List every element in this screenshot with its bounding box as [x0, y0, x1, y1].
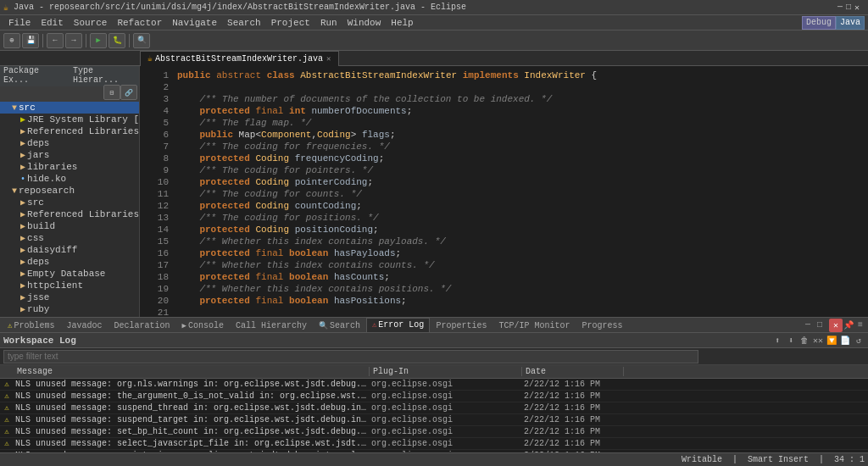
menu-help[interactable]: Help [386, 18, 418, 28]
log-import-btn[interactable]: ⬇ [785, 335, 797, 347]
sidebar-type-header[interactable]: Type Hierar... [70, 66, 139, 86]
bottom-pin-btn[interactable]: 📌 [843, 319, 854, 331]
bottom-tab-errorlog[interactable]: ⚠Error Log [366, 318, 430, 333]
tree-item-daisydiff[interactable]: ▶ daisydiff [0, 244, 139, 256]
status-insert-mode: Smart Insert [748, 455, 809, 464]
bottom-tab-javadoc[interactable]: Javadoc [60, 318, 108, 333]
log-row-0[interactable]: ⚠NLS unused message: org.nls.warnings in… [0, 379, 868, 391]
perspective-debug[interactable]: Debug [802, 16, 836, 30]
bottom-tab-problems[interactable]: ⚠Problems [2, 318, 60, 333]
tree-item-httpclient[interactable]: ▶ httpclient [0, 280, 139, 291]
toolbar-debug[interactable]: 🐛 [108, 33, 125, 48]
perspective-java[interactable]: Java [836, 16, 865, 30]
toolbar-forward[interactable]: → [65, 33, 82, 48]
tree-item-reflibs[interactable]: ▶ Referenced Libraries [0, 125, 139, 137]
folder-icon-repo-src: ▶ [20, 197, 25, 208]
tab-close-btn[interactable]: ✕ [326, 54, 331, 64]
bottom-close-btn[interactable]: ✕ [829, 319, 843, 332]
editor-area[interactable]: 1 public abstract class AbstractBitStrea… [140, 66, 868, 317]
toolbar-new[interactable]: ⊕ [3, 33, 20, 48]
bottom-tab-properties[interactable]: Properties [430, 318, 492, 333]
menu-bar: File Edit Source Refactor Navigate Searc… [0, 15, 868, 31]
tree-item-reposearch[interactable]: ▼ reposearch [0, 185, 139, 197]
col-header-plugin[interactable]: Plug-In [370, 367, 522, 376]
folder-icon-repo-deps: ▶ [20, 257, 25, 267]
menu-edit[interactable]: Edit [36, 18, 68, 28]
toolbar-back[interactable]: ← [47, 33, 64, 48]
tree-item-jars[interactable]: ▶ jars [0, 149, 139, 161]
code-line-5: 5 /** The flag map. */ [140, 117, 868, 129]
bottom-minimize-btn[interactable]: ─ [802, 319, 814, 331]
bottom-tab-declaration[interactable]: Declaration [108, 318, 175, 333]
tree-item-repo-reflibs[interactable]: ▶ Referenced Libraries [0, 208, 139, 220]
maximize-btn[interactable]: □ [846, 3, 851, 12]
col-header-date[interactable]: Date [522, 367, 624, 376]
log-row-plugin-0: org.eclipse.osgi [370, 380, 522, 389]
menu-project[interactable]: Project [266, 18, 315, 28]
bottom-extra-btn[interactable]: ≡ [854, 319, 866, 331]
tree-item-emptydb[interactable]: ▶ Empty Database [0, 268, 139, 280]
tree-item-repo-deps[interactable]: ▶ deps [0, 256, 139, 268]
log-row-3[interactable]: ⚠NLS unused message: suspend_target in: … [0, 414, 868, 426]
log-rows-container: ⚠NLS unused message: org.nls.warnings in… [0, 379, 868, 452]
menu-file[interactable]: File [3, 18, 36, 28]
log-filter-btn[interactable]: 🔽 [826, 335, 837, 347]
search-icon-tab: 🔍 [319, 321, 328, 330]
menu-source[interactable]: Source [69, 18, 113, 28]
tree-item-hideko[interactable]: • hide.ko [0, 173, 139, 185]
log-row-msg-1: NLS unused message: the_argument_0_is_no… [14, 391, 370, 401]
code-line-12: 12 protected Coding countCoding; [140, 200, 868, 212]
tree-item-jre[interactable]: ▶ JRE System Library [jre6] [0, 114, 139, 125]
log-refresh-btn[interactable]: ↺ [853, 335, 865, 347]
log-export-btn[interactable]: ⬆ [771, 335, 783, 347]
menu-run[interactable]: Run [315, 18, 342, 28]
status-separator1: | [732, 455, 737, 464]
tree-item-src[interactable]: ▼ src [0, 102, 139, 114]
folder-icon-ruby: ▶ [20, 304, 25, 314]
tree-item-css[interactable]: ▶ css [0, 232, 139, 244]
tree-item-build[interactable]: ▶ build [0, 220, 139, 232]
log-row-2[interactable]: ⚠NLS unused message: suspend_thread in: … [0, 402, 868, 414]
tree-item-deps[interactable]: ▶ deps [0, 137, 139, 149]
folder-icon-reflibs: ▶ [20, 126, 25, 136]
tree-item-libraries[interactable]: ▶ libraries [0, 161, 139, 173]
col-header-message[interactable]: Message [14, 367, 370, 376]
log-delete-btn[interactable]: 🗑 [798, 335, 810, 347]
code-content[interactable]: 1 public abstract class AbstractBitStrea… [140, 66, 868, 317]
menu-navigate[interactable]: Navigate [167, 18, 222, 28]
folder-icon-daisydiff: ▶ [20, 245, 25, 255]
bottom-tab-console[interactable]: ▶Console [175, 318, 229, 333]
bottom-tab-search[interactable]: 🔍Search [313, 318, 366, 333]
menu-window[interactable]: Window [342, 18, 387, 28]
toolbar-run[interactable]: ▶ [90, 33, 107, 48]
toolbar-search[interactable]: 🔍 [133, 33, 150, 48]
tree-item-ruby[interactable]: ▶ ruby [0, 303, 139, 315]
tree-item-repo-src[interactable]: ▶ src [0, 197, 139, 208]
sidebar-collapse[interactable]: ⊟ [103, 85, 120, 100]
sidebar-link[interactable]: 🔗 [120, 85, 137, 100]
sidebar-package-header[interactable]: Package Ex... [0, 66, 70, 86]
log-row-5[interactable]: ⚠NLS unused message: select_javascript_f… [0, 438, 868, 450]
log-row-1[interactable]: ⚠NLS unused message: the_argument_0_is_n… [0, 391, 868, 402]
bottom-tab-tcpmon[interactable]: TCP/IP Monitor [492, 318, 576, 333]
close-btn[interactable]: ✕ [854, 3, 860, 13]
bottom-maximize-btn[interactable]: □ [814, 319, 826, 331]
log-row-date-3: 2/22/12 1:16 PM [522, 415, 624, 424]
status-position: 34 : 1 [834, 455, 865, 464]
minimize-btn[interactable]: ─ [837, 3, 843, 12]
toolbar-save[interactable]: 💾 [22, 33, 39, 48]
log-row-date-5: 2/22/12 1:16 PM [522, 439, 624, 448]
folder-icon-httpclient: ▶ [20, 280, 25, 291]
bottom-tab-progress[interactable]: Progress [576, 318, 628, 333]
menu-search[interactable]: Search [222, 18, 266, 28]
tree-item-jsse[interactable]: ▶ jsse [0, 291, 139, 303]
log-row-4[interactable]: ⚠NLS unused message: set_bp_hit_count in… [0, 426, 868, 438]
log-delete-all-btn[interactable]: ✕✕ [812, 335, 824, 347]
editor-tab-file[interactable]: ☕ AbstractBitStreamIndexWriter.java ✕ [140, 51, 339, 66]
filter-input[interactable] [3, 350, 698, 363]
log-open-log-btn[interactable]: 📄 [839, 335, 851, 347]
code-line-3: 3 /** The number of documents of the col… [140, 93, 868, 105]
code-line-18: 18 protected final boolean hasCounts; [140, 271, 868, 283]
menu-refactor[interactable]: Refactor [112, 18, 167, 28]
bottom-tab-callhierarchy[interactable]: Call Hierarchy [230, 318, 313, 333]
